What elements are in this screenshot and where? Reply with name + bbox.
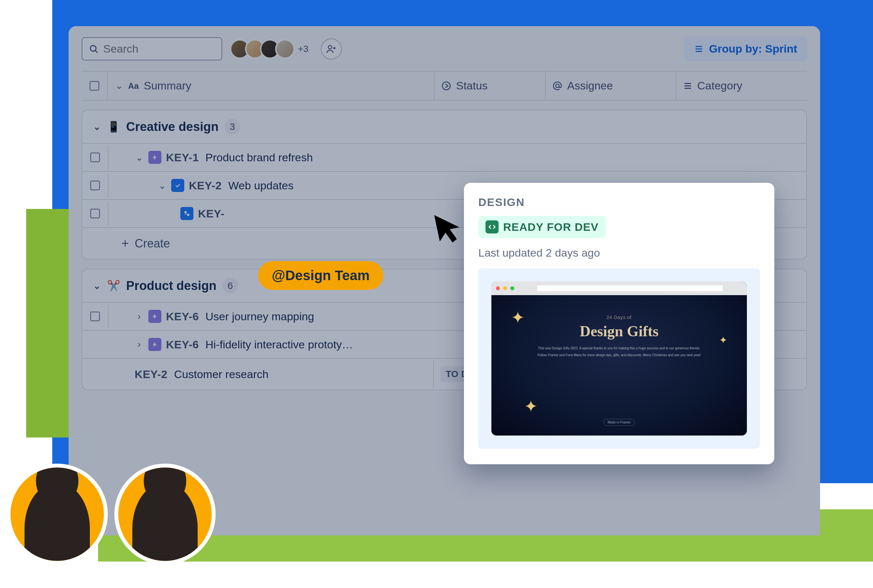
preview-eyebrow: 24 Days of [491,315,747,320]
group-count-badge: 6 [222,278,238,294]
issue-summary: User journey mapping [206,310,314,323]
collaborator-avatars[interactable]: +3 [230,39,308,59]
svg-point-0 [90,45,96,51]
add-person-button[interactable] [321,39,342,59]
chevron-right-icon[interactable]: › [135,311,144,322]
svg-point-2 [328,45,332,49]
chevron-down-icon: ⌄ [114,80,123,91]
avatar-overflow-count[interactable]: +3 [298,44,308,54]
mention-pill[interactable]: @Design Team [258,261,383,290]
column-checkbox[interactable] [82,72,108,100]
mention-icon [552,81,563,91]
subtask-icon [180,207,194,220]
create-label: Create [135,237,170,250]
issue-key[interactable]: KEY-2 [135,368,168,381]
issue-summary: Customer research [174,368,269,381]
popover-section-label: DESIGN [478,196,760,208]
chevron-down-icon[interactable]: ⌄ [158,180,167,191]
checkbox-icon[interactable] [90,312,100,321]
checkbox-icon[interactable] [90,153,100,162]
code-icon [485,220,499,233]
sparkle-icon: ✦ [524,397,538,416]
chevron-down-icon[interactable]: ⌄ [135,152,144,163]
search-input[interactable] [103,42,242,55]
column-category[interactable]: Category [676,72,807,100]
svg-text:Aa: Aa [128,81,139,90]
column-assignee-label: Assignee [567,80,613,92]
browser-mockup: ✦ ✦ ✦ 24 Days of Design Gifts This was D… [491,281,747,435]
text-icon: Aa [128,80,139,92]
popover-last-updated: Last updated 2 days ago [478,246,760,259]
ready-for-dev-badge[interactable]: READY FOR DEV [478,216,606,238]
person-avatar [6,464,108,565]
traffic-light-red [496,286,500,290]
svg-point-9 [442,82,450,90]
sparkle-icon: ✦ [719,334,727,346]
task-icon [171,179,184,192]
epic-icon [148,310,161,323]
group-header[interactable]: ⌄ 📱 Creative design 3 [82,110,806,144]
design-popover: DESIGN READY FOR DEV Last updated 2 days… [464,183,774,464]
epic-icon [148,151,161,164]
issue-key[interactable]: KEY-6 [166,310,199,323]
svg-rect-14 [185,211,187,213]
issue-key[interactable]: KEY-6 [166,338,199,351]
issue-summary: Hi-fidelity interactive prototy… [206,338,353,351]
made-in-badge: Made in Framer [604,419,634,426]
column-status[interactable]: Status [434,72,545,100]
group-title: Creative design [126,120,219,134]
column-category-label: Category [697,80,742,92]
svg-point-10 [556,84,559,87]
search-icon [89,44,99,54]
design-preview[interactable]: ✦ ✦ ✦ 24 Days of Design Gifts This was D… [478,268,760,448]
list-icon [694,44,704,54]
preview-paragraph: Follow Framer and Fons Mans for more des… [531,352,707,357]
browser-chrome [491,281,747,295]
group-title: Product design [126,279,216,293]
chevron-down-icon: ⌄ [92,122,101,132]
traffic-light-green [510,286,514,290]
toolbar: +3 Group by: Sprint [69,37,820,71]
column-summary[interactable]: ⌄ Aa Summary [108,72,434,100]
group-count-badge: 3 [224,119,240,135]
ready-for-dev-label: READY FOR DEV [503,221,598,233]
issue-key[interactable]: KEY- [198,207,224,220]
url-bar [537,285,723,291]
group-by-label: Group by: Sprint [709,42,797,55]
epic-icon [148,338,161,351]
issue-summary: Product brand refresh [206,151,313,164]
avatar[interactable] [275,39,295,59]
plus-icon: + [122,236,129,250]
scissors-icon: ✂️ [107,279,120,292]
list-icon [683,81,693,91]
preview-paragraph: This was Design Gifts 2022. A special th… [531,346,707,351]
group-by-button[interactable]: Group by: Sprint [684,37,807,61]
checkbox-icon [90,81,99,91]
table-header: ⌄ Aa Summary Status Assignee Category [82,71,807,100]
issue-key[interactable]: KEY-2 [189,179,222,192]
traffic-light-yellow [503,286,507,290]
person-avatar [114,464,216,565]
phone-icon: 📱 [107,120,120,133]
table-row[interactable]: ⌄ KEY-1 Product brand refresh [82,144,806,172]
status-icon [441,81,452,91]
svg-line-1 [95,50,98,52]
column-assignee[interactable]: Assignee [545,72,676,100]
chevron-down-icon: ⌄ [92,280,101,291]
chevron-right-icon[interactable]: › [135,339,144,350]
checkbox-icon[interactable] [90,208,100,218]
column-summary-label: Summary [144,80,191,92]
svg-rect-15 [187,214,189,216]
column-status-label: Status [456,80,487,92]
issue-summary: Web updates [228,179,294,192]
preview-title: Design Gifts [491,322,747,340]
issue-key[interactable]: KEY-1 [166,151,199,164]
checkbox-icon[interactable] [90,180,100,190]
search-input-container[interactable] [82,37,222,60]
